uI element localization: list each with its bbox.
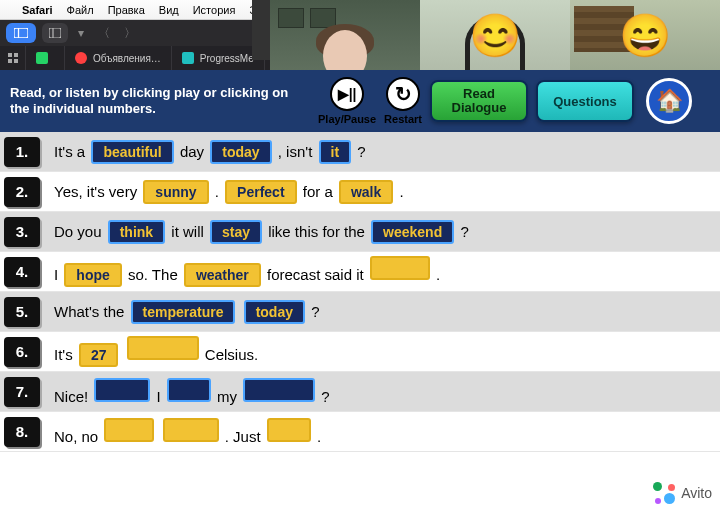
- fill-blank[interactable]: [104, 418, 154, 442]
- restart-button[interactable]: ↻ Restart: [384, 77, 422, 125]
- sentence-text: .: [313, 428, 321, 445]
- fill-blank[interactable]: temperature: [131, 300, 236, 324]
- sentence-text: , isn't: [274, 143, 317, 160]
- tab-grid-button[interactable]: [0, 46, 26, 70]
- fill-blank[interactable]: think: [108, 220, 165, 244]
- exercise-row: 7.Nice! I my ?: [0, 372, 720, 412]
- fill-blank[interactable]: [370, 256, 430, 280]
- fill-blank[interactable]: stay: [210, 220, 262, 244]
- avito-text: Avito: [681, 485, 712, 501]
- avito-watermark: Avito: [653, 482, 712, 504]
- row-content: Nice! I my ?: [54, 378, 330, 405]
- sentence-text: It's a: [54, 143, 89, 160]
- back-button[interactable]: 〈: [94, 25, 114, 42]
- exercise-row: 2.Yes, it's very sunny . Perfect for a w…: [0, 172, 720, 212]
- fill-blank[interactable]: [163, 418, 219, 442]
- row-number[interactable]: 8.: [4, 417, 40, 447]
- avito-logo-icon: [653, 482, 675, 504]
- fill-blank[interactable]: sunny: [143, 180, 208, 204]
- row-number[interactable]: 7.: [4, 377, 40, 407]
- exercise-list: 1.It's a beautiful day today , isn't it …: [0, 132, 720, 452]
- restart-label: Restart: [384, 113, 422, 125]
- questions-label: Questions: [553, 94, 617, 109]
- fill-blank[interactable]: 27: [79, 343, 119, 367]
- video-tile-collapsed[interactable]: [252, 0, 270, 60]
- fill-blank[interactable]: [243, 378, 315, 402]
- fill-blank[interactable]: Perfect: [225, 180, 296, 204]
- tab-label: Объявления…: [93, 53, 161, 64]
- fill-blank[interactable]: [267, 418, 311, 442]
- row-content: Do you think it will stay like this for …: [54, 220, 469, 244]
- play-pause-button[interactable]: ▶|| Play/Pause: [318, 77, 376, 125]
- read-dialogue-label: Read Dialogue: [442, 87, 516, 116]
- fill-blank[interactable]: it: [319, 140, 352, 164]
- smile-emoji-icon: 😊: [469, 11, 521, 60]
- sentence-text: What's the: [54, 303, 129, 320]
- sentence-text: It's: [54, 346, 77, 363]
- sentence-text: so. The: [124, 266, 182, 283]
- fill-blank[interactable]: weekend: [371, 220, 454, 244]
- sentence-text: No, no: [54, 428, 102, 445]
- exercise-row: 8.No, no . Just .: [0, 412, 720, 452]
- exercise-controls-bar: Read, or listen by clicking play or clic…: [0, 70, 720, 132]
- exercise-row: 5.What's the temperature today ?: [0, 292, 720, 332]
- row-number[interactable]: 2.: [4, 177, 40, 207]
- play-pause-label: Play/Pause: [318, 113, 376, 125]
- fill-blank[interactable]: [167, 378, 211, 402]
- sentence-text: .: [211, 183, 224, 200]
- home-button[interactable]: 🏠: [646, 78, 692, 124]
- restart-icon: ↻: [395, 84, 412, 104]
- row-content: Yes, it's very sunny . Perfect for a wal…: [54, 180, 404, 204]
- row-content: What's the temperature today ?: [54, 300, 320, 324]
- sentence-text: ?: [317, 388, 330, 405]
- menu-file[interactable]: Файл: [67, 4, 94, 16]
- sidebar-toggle[interactable]: [6, 23, 36, 43]
- questions-button[interactable]: Questions: [536, 80, 634, 122]
- forward-button[interactable]: 〉: [120, 25, 140, 42]
- row-number[interactable]: 1.: [4, 137, 40, 167]
- exercise-row: 3.Do you think it will stay like this fo…: [0, 212, 720, 252]
- chevron-down-icon[interactable]: ▾: [74, 26, 88, 40]
- row-number[interactable]: 5.: [4, 297, 40, 327]
- home-icon: 🏠: [656, 88, 683, 114]
- sentence-text: it will: [167, 223, 208, 240]
- row-number[interactable]: 3.: [4, 217, 40, 247]
- fill-blank[interactable]: weather: [184, 263, 261, 287]
- sentence-text: my: [213, 388, 241, 405]
- fill-blank[interactable]: today: [210, 140, 271, 164]
- menu-edit[interactable]: Правка: [108, 4, 145, 16]
- svg-rect-5: [14, 53, 18, 57]
- sentence-text: like this for the: [264, 223, 369, 240]
- fill-blank[interactable]: beautiful: [91, 140, 173, 164]
- tab-whatsapp[interactable]: [26, 46, 65, 70]
- menu-view[interactable]: Вид: [159, 4, 179, 16]
- whatsapp-icon: [36, 52, 48, 64]
- row-number[interactable]: 6.: [4, 337, 40, 367]
- menu-history[interactable]: История: [193, 4, 236, 16]
- svg-rect-4: [8, 53, 12, 57]
- menubar-app-name[interactable]: Safari: [22, 4, 53, 16]
- sentence-text: for a: [299, 183, 337, 200]
- row-number[interactable]: 4.: [4, 257, 40, 287]
- sentence-text: .: [432, 266, 440, 283]
- fill-blank[interactable]: [127, 336, 199, 360]
- fill-blank[interactable]: hope: [64, 263, 121, 287]
- row-content: It's a beautiful day today , isn't it ?: [54, 140, 366, 164]
- tab-ads[interactable]: Объявления…: [65, 46, 172, 70]
- exercise-row: 1.It's a beautiful day today , isn't it …: [0, 132, 720, 172]
- read-dialogue-button[interactable]: Read Dialogue: [430, 80, 528, 122]
- sentence-text: .: [395, 183, 403, 200]
- fill-blank[interactable]: [94, 378, 150, 402]
- sentence-text: [156, 428, 160, 445]
- sentence-text: [237, 303, 241, 320]
- svg-rect-6: [8, 59, 12, 63]
- sentence-text: day: [176, 143, 209, 160]
- sentence-text: [120, 346, 124, 363]
- tab-progressme[interactable]: ProgressMe: [172, 46, 265, 70]
- svg-rect-2: [49, 28, 61, 38]
- tab-overview-button[interactable]: [42, 23, 68, 43]
- svg-rect-7: [14, 59, 18, 63]
- fill-blank[interactable]: today: [244, 300, 305, 324]
- row-content: No, no . Just .: [54, 418, 321, 445]
- fill-blank[interactable]: walk: [339, 180, 393, 204]
